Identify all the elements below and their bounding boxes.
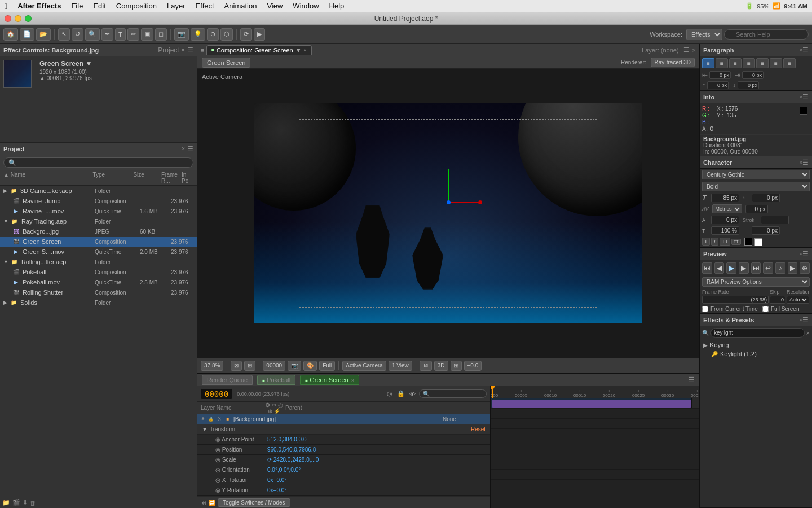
toggle-switches-modes-btn[interactable]: Toggle Switches / Modes xyxy=(218,498,290,507)
maximize-button[interactable] xyxy=(25,15,32,22)
indent-right-input[interactable] xyxy=(742,71,764,79)
smallcaps-btn[interactable]: TT xyxy=(731,239,741,245)
scale-value[interactable]: ⟳ 2428.0,2428.0,...0 xyxy=(267,457,319,463)
effects-search-input[interactable] xyxy=(710,328,805,338)
workspace-select[interactable]: Effects xyxy=(686,29,722,40)
full-screen-checkbox[interactable] xyxy=(762,306,769,312)
animation-menu[interactable]: Animation xyxy=(220,1,262,11)
space-after-input[interactable] xyxy=(738,81,759,89)
frame-rate-input[interactable] xyxy=(702,296,769,304)
vis-icon[interactable]: 👁 xyxy=(200,416,206,423)
baseline-shift-input[interactable] xyxy=(752,226,780,235)
pokeball-tab[interactable]: ■ Pokeball xyxy=(257,375,295,385)
toolbar-light-btn[interactable]: 💡 xyxy=(191,28,205,41)
list-item[interactable]: ▶ 📁 Solids Folder xyxy=(0,297,197,308)
last-frame-btn[interactable]: ⏭ xyxy=(751,262,761,274)
resolution-select[interactable]: Full xyxy=(319,361,335,371)
font-size-input[interactable] xyxy=(711,194,739,202)
list-item[interactable]: ▶ Green S....mov QuickTime 2.0 MB 23.976 xyxy=(0,247,197,257)
composition-menu[interactable]: Composition xyxy=(112,1,161,11)
paragraph-menu[interactable]: ☰ xyxy=(802,46,809,54)
toolbar-play-btn[interactable]: ▶ xyxy=(254,28,265,41)
timeline-tab-close[interactable]: × xyxy=(351,378,354,383)
kerning-select[interactable]: Metrics xyxy=(712,204,742,213)
toolbar-home-btn[interactable]: 🏠 xyxy=(3,28,18,41)
skip-input[interactable] xyxy=(770,296,785,304)
position-value[interactable]: 960.0,540.0,7986.8 xyxy=(267,446,316,453)
toolbar-eraser-btn[interactable]: ◻ xyxy=(155,28,167,41)
project-panel-menu[interactable]: ☰ xyxy=(187,145,193,153)
search-help-input[interactable] xyxy=(724,29,809,40)
align-justify-left-btn[interactable]: ≡ xyxy=(743,58,755,68)
render-btn[interactable]: 🖥 xyxy=(420,361,432,371)
xrotation-value[interactable]: 0x+0.0° xyxy=(267,477,286,483)
effect-controls-menu[interactable]: ☰ xyxy=(187,46,193,54)
info-menu[interactable]: ☰ xyxy=(802,93,809,101)
tracking-input[interactable] xyxy=(711,216,739,224)
toolbar-new-btn[interactable]: 📄 xyxy=(20,28,34,41)
snapshot-btn[interactable]: 📷 xyxy=(288,361,301,371)
bold-btn[interactable]: T xyxy=(702,238,710,246)
timecode-display[interactable]: 00000 xyxy=(263,361,285,371)
minimize-button[interactable] xyxy=(15,15,21,22)
toolbar-pen-btn[interactable]: ✒ xyxy=(102,28,113,41)
line-height-input[interactable] xyxy=(752,194,780,202)
resolution-select-preview[interactable]: Auto xyxy=(787,296,809,304)
grid-overlay-btn[interactable]: ⊞ xyxy=(451,361,462,371)
effects-search-clear[interactable]: × xyxy=(806,330,810,336)
toolbar-stamp-btn[interactable]: ▣ xyxy=(141,28,153,41)
zoom-display[interactable]: 37.8% xyxy=(201,361,223,371)
comp-tab-dropdown[interactable]: ▼ xyxy=(295,47,302,54)
list-item[interactable]: 🎬 Green Screen Composition 23.976 xyxy=(0,237,197,247)
comp-tab-close[interactable]: × xyxy=(304,47,307,53)
views-select[interactable]: 1 View xyxy=(389,361,412,371)
layer-row[interactable]: 👁 🔒 3 ■ [Background.jpg] None xyxy=(197,414,490,424)
timeline-track-layer[interactable] xyxy=(491,398,699,409)
list-item[interactable]: 🎬 Pokeball Composition 23.976 xyxy=(0,267,197,277)
timeline-timecode[interactable]: 00000 xyxy=(201,388,232,400)
green-screen-timeline-tab[interactable]: ■ Green Screen × xyxy=(300,375,359,385)
keying-group[interactable]: ▶ Keying xyxy=(700,340,812,349)
effects-presets-menu[interactable]: ☰ xyxy=(802,316,809,324)
space-before-input[interactable] xyxy=(707,81,729,89)
character-menu[interactable]: ☰ xyxy=(802,159,809,167)
tl-loop-icon[interactable]: 🔁 xyxy=(209,500,215,506)
transform-reset-btn[interactable]: Reset xyxy=(471,426,486,432)
list-item[interactable]: 🎬 Ravine_Jump Composition 23.976 xyxy=(0,196,197,206)
close-button[interactable] xyxy=(5,15,11,22)
renderer-button[interactable]: Ray-traced 3D xyxy=(651,58,695,67)
list-item[interactable]: 🎬 Rolling Shutter Composition 23.976 xyxy=(0,287,197,297)
comp-header-close[interactable]: × xyxy=(692,47,696,54)
timeline-playhead[interactable] xyxy=(492,386,493,398)
allcaps-btn[interactable]: TT xyxy=(720,238,730,246)
next-frame-btn[interactable]: ▶ xyxy=(739,262,749,274)
toolbar-rotate-btn[interactable]: ↺ xyxy=(72,28,83,41)
toolbar-camera-btn[interactable]: 📷 xyxy=(174,28,189,41)
tsz-input[interactable] xyxy=(711,226,739,235)
project-import-btn[interactable]: ⬇ xyxy=(23,499,28,506)
loop-btn[interactable]: ↩ xyxy=(763,262,773,274)
project-delete-btn[interactable]: 🗑 xyxy=(30,500,36,506)
project-panel-close[interactable]: × xyxy=(182,146,185,152)
tl-shy-btn[interactable]: 👁 xyxy=(408,389,417,398)
tl-solo-btn[interactable]: ◎ xyxy=(386,389,394,398)
from-current-checkbox[interactable] xyxy=(702,306,708,312)
align-justify-center-btn[interactable]: ≡ xyxy=(756,58,769,68)
fill-color-swatch[interactable] xyxy=(744,238,752,246)
toolbar-select-btn[interactable]: ↖ xyxy=(58,28,70,41)
lock-icon[interactable]: 🔒 xyxy=(208,416,214,423)
indent-left-input[interactable] xyxy=(709,71,731,79)
orientation-value[interactable]: 0.0°,0.0°,0.0° xyxy=(267,467,301,473)
yrotation-value[interactable]: 0x+0.0° xyxy=(267,487,286,493)
align-justify-right-btn[interactable]: ≡ xyxy=(770,58,782,68)
prev-frame-btn[interactable]: ◀ xyxy=(714,262,725,274)
fit-btn[interactable]: ⊠ xyxy=(231,361,242,371)
align-center-btn[interactable]: ≡ xyxy=(716,58,728,68)
comp-name-button[interactable]: Green Screen xyxy=(202,58,250,68)
timeline-search-input[interactable] xyxy=(419,389,487,398)
italic-btn[interactable]: T xyxy=(711,238,719,246)
toolbar-text-btn[interactable]: T xyxy=(115,28,126,41)
toolbar-brush-btn[interactable]: ✏ xyxy=(127,28,139,41)
prev-extra-btn[interactable]: ⊕ xyxy=(800,262,810,274)
list-item[interactable]: ▶ Pokeball.mov QuickTime 2.5 MB 23.976 xyxy=(0,277,197,287)
